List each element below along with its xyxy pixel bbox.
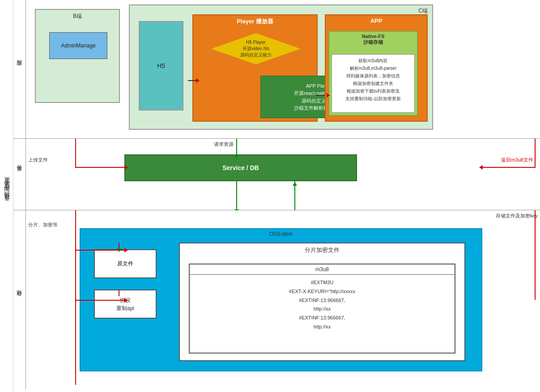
app-right-box: APP Native-FS 沙箱存储 获取m3u8内容 解析m3u8,m3u8-… <box>325 14 428 122</box>
m3u8-title: m3u8 <box>190 264 455 275</box>
encrypted-title: 分片加密文件 <box>180 243 464 257</box>
h5-appplayer-head <box>196 78 200 83</box>
red-to-protocol <box>75 300 125 301</box>
b-duan-title: B端 <box>36 10 119 23</box>
request-green-head <box>234 154 239 158</box>
service-row-label: 服务 <box>13 139 26 210</box>
h5-box: H5 <box>139 21 183 111</box>
h5-player-title: H5 Player <box>246 40 266 45</box>
original-file-box: 原文件 <box>94 249 157 278</box>
m3u8-box: m3u8 #EXTM3U #EXT-X-KEYURI="http://xxxxx… <box>189 264 455 354</box>
storage-row-content: OSS-item 原文件 协议 重制api 分片加密文件 <box>26 210 540 389</box>
app-row-label: 应用 <box>13 0 26 138</box>
app-row-content: B端 AdminManage C端 H5 Player 播放器 <box>26 0 540 138</box>
app-title: APP <box>326 15 427 26</box>
service-db-box: Service / DB <box>124 154 357 181</box>
native-fs-content: 获取m3u8内容 解析m3u8,m3u8-parser 得到媒体源列表，加密信息… <box>332 54 415 113</box>
original-file-text: 原文件 <box>117 260 133 268</box>
request-green-vert <box>236 139 237 154</box>
h5-player-line2: 开源video hls <box>242 46 269 51</box>
main-container: 音视频-加密技术方案 应用 B端 AdminManage C端 <box>0 0 540 392</box>
storage-row-label-text: 存储 <box>16 299 23 301</box>
service-row-content: Service / DB 上传文件 请求资源 返回m3u8文件 <box>26 139 540 210</box>
native-fs-text: 获取m3u8内容 解析m3u8,m3u8-parser 得到媒体源列表，加密信息… <box>334 57 412 102</box>
app-native-head <box>327 93 330 98</box>
app-row: 应用 B端 AdminManage C端 H5 <box>13 0 540 139</box>
request-resource-label: 请求资源 <box>214 141 234 148</box>
native-fs-title: Native-FS 沙箱存储 <box>329 32 417 47</box>
service-row: 服务 Service / DB 上传文件 请求资源 <box>13 139 540 210</box>
upload-red-horiz <box>75 167 125 168</box>
content-area: 应用 B端 AdminManage C端 H5 <box>13 0 540 392</box>
h5-label: H5 <box>157 62 165 69</box>
player-box: Player 播放器 H5 Player 开源video hls 源码自定义能力 <box>192 14 318 122</box>
h5-player-container: H5 Player 开源video hls 源码自定义能力 <box>202 31 310 67</box>
admin-manage-box: AdminManage <box>49 32 107 59</box>
red-to-original-head <box>124 248 128 252</box>
right-red-vertical <box>535 210 536 300</box>
return-m3u8-label: 返回m3u8文件 <box>501 157 533 163</box>
service-db-text: Service / DB <box>222 164 259 171</box>
red-to-original <box>75 250 125 251</box>
main-title: 音视频-加密技术方案 <box>3 186 11 206</box>
h5-to-appplayer-arrow <box>188 80 197 81</box>
storage-red-vert2 <box>119 290 119 296</box>
h5-player-line3: 源码自定义能力 <box>240 52 272 57</box>
app-to-native-arrow <box>316 95 325 96</box>
service-row-label-text: 服务 <box>16 174 23 175</box>
service-down-green <box>236 181 237 210</box>
oss-item-box: OSS-item 原文件 协议 重制api 分片加密文件 <box>80 228 482 371</box>
protocol-box: 协议 重制api <box>94 290 157 319</box>
return-red-horiz <box>482 167 536 168</box>
fragment-encrypt-label: 分片、加密等 <box>28 222 58 228</box>
app-row-label-text: 应用 <box>16 68 23 70</box>
left-red-vertical <box>75 210 76 385</box>
encrypted-box: 分片加密文件 m3u8 #EXTM3U #EXT-X-KEYURI="http:… <box>179 243 465 361</box>
admin-manage-label: AdminManage <box>61 43 95 49</box>
upload-red-vert <box>75 139 76 168</box>
storage-row: 存储 OSS-item 原文件 协议 重制api <box>13 210 540 389</box>
upload-file-label: 上传文件 <box>28 157 48 163</box>
return-red-vert <box>535 139 536 167</box>
native-fs-box: Native-FS 沙箱存储 获取m3u8内容 解析m3u8,m3u8-pars… <box>328 31 418 116</box>
left-label: 音视频-加密技术方案 <box>0 0 13 392</box>
h5-player-text: H5 Player 开源video hls 源码自定义能力 <box>240 39 272 58</box>
return-arrow-head <box>479 165 483 170</box>
b-duan-box: B端 AdminManage <box>35 9 120 103</box>
player-title: Player 播放器 <box>193 15 317 28</box>
upload-arrow-head <box>124 165 128 170</box>
storage-row-label: 存储 <box>13 210 26 389</box>
red-to-protocol-head <box>124 298 128 303</box>
storage-up-head <box>293 182 297 186</box>
m3u8-content: #EXTM3U #EXT-X-KEYURI="http://xxxxx #EXT… <box>190 275 455 335</box>
oss-item-title: OSS-item <box>81 229 481 239</box>
h5-player-diamond: H5 Player 开源video hls 源码自定义能力 <box>211 33 301 64</box>
store-encrypt-key-label: 存储文件及加密key <box>496 213 538 219</box>
c-duan-box: C端 H5 Player 播放器 H5 Player <box>129 4 433 130</box>
